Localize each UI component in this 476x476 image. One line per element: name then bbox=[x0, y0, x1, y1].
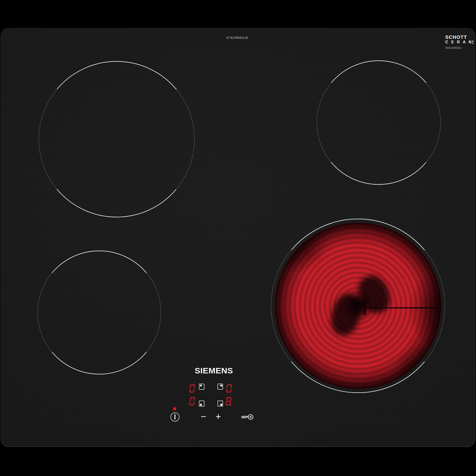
power-standby-icon bbox=[174, 414, 175, 420]
zone-indicator-rear-right bbox=[218, 384, 223, 390]
power-status-led bbox=[173, 408, 176, 410]
zone-indicator-dot bbox=[220, 404, 222, 406]
glowing-heating-element bbox=[275, 222, 441, 389]
serial-number-label: 9001596551 bbox=[445, 47, 474, 50]
child-lock-button[interactable] bbox=[240, 413, 254, 421]
element-center-shadow bbox=[328, 291, 364, 339]
model-code-label: ET61RBEA1E bbox=[209, 36, 266, 39]
registered-trademark-symbol: ® bbox=[472, 40, 474, 44]
schott-ceran-badge: SCHOTT C E R A N® 9001596551 bbox=[445, 35, 474, 50]
zone-indicator-front-left bbox=[199, 401, 204, 407]
zone-indicator-rear-left bbox=[199, 384, 204, 390]
key-icon bbox=[240, 413, 254, 421]
product-photo-siemens-hob: { "hob": { "model_code": "ET61RBEA1E", "… bbox=[0, 0, 476, 476]
zone-indicator-dot bbox=[220, 385, 222, 387]
level-display-front-right bbox=[225, 397, 232, 406]
element-center-shadow bbox=[354, 271, 395, 318]
schott-logo-text: SCHOTT bbox=[445, 35, 474, 39]
siemens-logo: SIEMENS bbox=[195, 366, 233, 375]
increase-level-button[interactable]: + bbox=[213, 411, 224, 422]
power-button[interactable] bbox=[170, 412, 179, 422]
zone-indicator-dot bbox=[200, 385, 202, 387]
zone-indicator-dot bbox=[200, 404, 202, 406]
zone-indicator-front-right bbox=[218, 401, 223, 407]
decrease-level-button[interactable]: − bbox=[198, 411, 209, 422]
ceran-logo-text: C E R A N® bbox=[445, 40, 474, 44]
element-connector-line bbox=[351, 307, 441, 308]
level-display-rear-right bbox=[226, 384, 233, 393]
level-display-front-left bbox=[189, 397, 196, 406]
level-display-rear-left bbox=[189, 384, 196, 393]
